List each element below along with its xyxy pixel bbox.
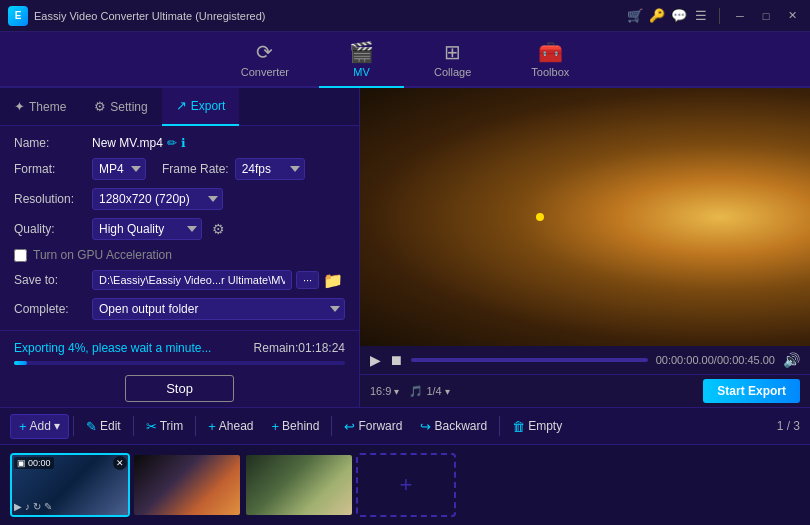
time-display: 00:00:00.00/00:00:45.00 (656, 354, 775, 366)
path-dots-btn[interactable]: ··· (296, 271, 319, 289)
clip-1-icon: ▣ (17, 458, 26, 468)
collage-label: Collage (434, 66, 471, 78)
sep2 (133, 416, 134, 436)
add-clip-icon: + (400, 472, 413, 498)
track-arrow: ▾ (445, 386, 450, 397)
clip-3-thumb (246, 455, 352, 515)
close-btn[interactable]: ✕ (782, 6, 802, 26)
clip-1-mute-icon[interactable]: ♪ (25, 501, 30, 512)
app-icon: E (8, 6, 28, 26)
behind-button[interactable]: + Behind (263, 415, 327, 438)
gpu-label[interactable]: Turn on GPU Acceleration (33, 248, 172, 262)
clip-2[interactable] (132, 453, 242, 517)
aspect-ratio-item[interactable]: 16:9 ▾ (370, 385, 399, 397)
clip-1[interactable]: ▣ 00:00 ✕ ▶ ♪ ↻ ✎ (10, 453, 130, 517)
mv-label: MV (353, 66, 370, 78)
save-path-container: ··· 📁 (92, 270, 345, 290)
converter-icon: ⟳ (256, 40, 273, 64)
maximize-btn[interactable]: □ (756, 6, 776, 26)
resolution-select[interactable]: 1280x720 (720p) 1920x1080 (1080p) (92, 188, 223, 210)
sub-tabs: ✦ Theme ⚙ Setting ↗ Export (0, 88, 359, 126)
frame-rate-select[interactable]: 24fps 30fps 60fps (235, 158, 305, 180)
sep1 (73, 416, 74, 436)
menu-icon[interactable]: ☰ (693, 8, 709, 24)
play-button[interactable]: ▶ (370, 352, 381, 368)
ahead-icon: + (208, 419, 216, 434)
edit-icon: ✎ (86, 419, 97, 434)
video-preview (360, 88, 810, 346)
stop-button[interactable]: Stop (125, 375, 234, 402)
remain-text: Remain:01:18:24 (254, 341, 345, 355)
name-label: Name: (14, 136, 86, 150)
sep5 (499, 416, 500, 436)
titlebar: E Eassiy Video Converter Ultimate (Unreg… (0, 0, 810, 32)
minimize-btn[interactable]: ─ (730, 6, 750, 26)
clip-1-play-icon[interactable]: ▶ (14, 501, 22, 512)
quality-row: Quality: High Quality Medium Quality Low… (14, 218, 345, 240)
video-progress-slider[interactable] (411, 358, 648, 362)
track-icon: 🎵 (409, 385, 423, 398)
name-info-icon[interactable]: ℹ (181, 136, 186, 150)
add-clip-button[interactable]: + (356, 453, 456, 517)
track-info-value: 1/4 (426, 385, 441, 397)
track-info-item[interactable]: 🎵 1/4 ▾ (409, 385, 449, 398)
ahead-button[interactable]: + Ahead (200, 415, 261, 438)
tab-collage[interactable]: ⊞ Collage (404, 32, 501, 86)
video-controls: ▶ ⏹ 00:00:00.00/00:00:45.00 🔊 (360, 346, 810, 374)
clip-1-edit-icon[interactable]: ✎ (44, 501, 52, 512)
nav-tabs: ⟳ Converter 🎬 MV ⊞ Collage 🧰 Toolbox (0, 32, 810, 88)
frame-rate-label: Frame Rate: (162, 162, 229, 176)
app-title: Eassiy Video Converter Ultimate (Unregis… (34, 10, 266, 22)
subtab-theme[interactable]: ✦ Theme (0, 88, 80, 126)
progress-bar-bg (14, 361, 345, 365)
collage-icon: ⊞ (444, 40, 461, 64)
cart-icon[interactable]: 🛒 (627, 8, 643, 24)
titlebar-right: 🛒 🔑 💬 ☰ ─ □ ✕ (627, 6, 802, 26)
save-row: Save to: ··· 📁 (14, 270, 345, 290)
quality-select[interactable]: High Quality Medium Quality Low Quality (92, 218, 202, 240)
gpu-checkbox[interactable] (14, 249, 27, 262)
folder-icon[interactable]: 📁 (323, 271, 343, 290)
clip-3[interactable] (244, 453, 354, 517)
settings-form: Name: New MV.mp4 ✏ ℹ Format: MP4 MOV AVI… (0, 126, 359, 330)
edit-button[interactable]: ✎ Edit (78, 415, 129, 438)
forward-button[interactable]: ↩ Forward (336, 415, 410, 438)
complete-select[interactable]: Open output folder Do nothing (92, 298, 345, 320)
name-row: Name: New MV.mp4 ✏ ℹ (14, 136, 345, 150)
chat-icon[interactable]: 💬 (671, 8, 687, 24)
save-path-input[interactable] (92, 270, 292, 290)
trim-button[interactable]: ✂ Trim (138, 415, 192, 438)
name-edit-icon[interactable]: ✏ (167, 136, 177, 150)
progress-bar-fill (14, 361, 27, 365)
resolution-row: Resolution: 1280x720 (720p) 1920x1080 (1… (14, 188, 345, 210)
key-icon[interactable]: 🔑 (649, 8, 665, 24)
gpu-row: Turn on GPU Acceleration (14, 248, 345, 262)
format-label: Format: (14, 162, 86, 176)
stop-video-button[interactable]: ⏹ (389, 352, 403, 368)
clip-1-overlay: ▣ 00:00 (14, 457, 54, 469)
clip-1-close[interactable]: ✕ (113, 456, 127, 470)
backward-button[interactable]: ↪ Backward (412, 415, 495, 438)
tab-mv[interactable]: 🎬 MV (319, 32, 404, 86)
format-row: Format: MP4 MOV AVI Frame Rate: 24fps 30… (14, 158, 345, 180)
quality-settings-icon[interactable]: ⚙ (212, 221, 225, 237)
tab-converter[interactable]: ⟳ Converter (211, 32, 319, 86)
add-button[interactable]: + Add ▾ (10, 414, 69, 439)
tab-toolbox[interactable]: 🧰 Toolbox (501, 32, 599, 86)
subtab-export[interactable]: ↗ Export (162, 88, 240, 126)
format-select[interactable]: MP4 MOV AVI (92, 158, 146, 180)
video-info-bar: 16:9 ▾ 🎵 1/4 ▾ Start Export (360, 374, 810, 407)
save-label: Save to: (14, 273, 86, 287)
clip-2-thumb (134, 455, 240, 515)
clip-1-rotate-icon[interactable]: ↻ (33, 501, 41, 512)
video-dot (536, 213, 544, 221)
mv-icon: 🎬 (349, 40, 374, 64)
start-export-button[interactable]: Start Export (703, 379, 800, 403)
name-value: New MV.mp4 ✏ ℹ (92, 136, 186, 150)
subtab-setting[interactable]: ⚙ Setting (80, 88, 161, 126)
setting-icon: ⚙ (94, 99, 106, 114)
empty-button[interactable]: 🗑 Empty (504, 415, 570, 438)
aspect-ratio-value: 16:9 (370, 385, 391, 397)
export-icon: ↗ (176, 98, 187, 113)
volume-icon[interactable]: 🔊 (783, 352, 800, 368)
